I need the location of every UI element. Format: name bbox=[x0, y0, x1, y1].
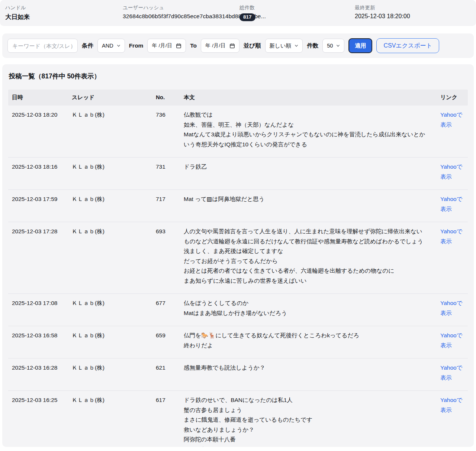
csv-export-button[interactable]: CSVエクスポート bbox=[376, 38, 439, 53]
post-datetime: 2025-12-03 16:25 bbox=[8, 395, 72, 447]
post-number: 693 bbox=[156, 227, 184, 286]
chevron-down-icon bbox=[336, 44, 340, 48]
post-list-section: 投稿一覧（817件中 50件表示） 日時 スレッド No. 本文 リンク 202… bbox=[2, 64, 474, 447]
post-datetime: 2025-12-03 18:16 bbox=[8, 162, 72, 182]
last-updated-value: 2025-12-03 18:20:00 bbox=[355, 13, 471, 20]
total-count-label: 総件数 bbox=[239, 4, 355, 11]
from-date-input[interactable]: 年 /月/日 bbox=[147, 39, 186, 53]
table-row: 2025-12-03 17:28 ＫＬａｂ(株) 693 人の文句や罵詈雑言を言… bbox=[8, 222, 468, 294]
filter-bar: 条件 AND From 年 /月/日 To 年 /月/日 並び順 新しい順 bbox=[2, 33, 474, 58]
post-number: 717 bbox=[156, 194, 184, 214]
yahoo-link[interactable]: Yahooで表示 bbox=[440, 363, 464, 383]
col-header-thread: スレッド bbox=[72, 94, 156, 101]
post-number: 617 bbox=[156, 395, 184, 447]
total-count-badge: 817 bbox=[239, 13, 255, 21]
yahoo-link[interactable]: Yahooで表示 bbox=[440, 110, 464, 130]
handle-label: ハンドル bbox=[5, 4, 123, 11]
post-thread: ＫＬａｂ(株) bbox=[72, 395, 156, 447]
yahoo-link[interactable]: Yahooで表示 bbox=[440, 227, 464, 246]
col-header-body: 本文 bbox=[184, 94, 438, 101]
table-header: 日時 スレッド No. 本文 リンク bbox=[8, 90, 468, 106]
post-datetime: 2025-12-03 17:28 bbox=[8, 227, 72, 286]
chevron-down-icon bbox=[117, 44, 120, 48]
post-number: 677 bbox=[156, 298, 184, 318]
post-datetime: 2025-12-03 16:58 bbox=[8, 331, 72, 350]
post-body: 人の文句や罵詈雑言を言って人生を送り、人に生まれた意味を理解せず弥陀に帰依出来な… bbox=[184, 227, 438, 286]
keyword-input[interactable] bbox=[7, 39, 78, 53]
post-thread: ＫＬａｂ(株) bbox=[72, 194, 156, 214]
post-thread: ＫＬａｂ(株) bbox=[72, 162, 156, 182]
post-thread: ＫＬａｂ(株) bbox=[72, 227, 156, 286]
chevron-down-icon bbox=[295, 44, 298, 48]
post-thread: ＫＬａｂ(株) bbox=[72, 331, 156, 350]
calendar-icon bbox=[229, 43, 235, 49]
post-datetime: 2025-12-03 17:59 bbox=[8, 194, 72, 214]
user-hash-stat: ユーザーハッシュ 32684c8b06b5f3f7d90c85ece7cba38… bbox=[123, 4, 239, 21]
post-body: Mat って▨は阿鼻地獄だと思う bbox=[184, 194, 438, 214]
to-date-input[interactable]: 年 /月/日 bbox=[201, 39, 239, 53]
count-select[interactable]: 50 bbox=[322, 39, 344, 53]
last-updated-label: 最終更新 bbox=[355, 4, 471, 11]
condition-label: 条件 bbox=[82, 42, 93, 50]
post-body: 感無量寿教でも説法しようか？ bbox=[184, 363, 438, 383]
handle-stat: ハンドル 大日如来 bbox=[5, 4, 123, 21]
post-body: 仏門を🐎🦌にして生きてる奴なんて死後行くところわkってるだろ 終わりだよ bbox=[184, 331, 438, 350]
table-row: 2025-12-03 18:16 ＫＬａｂ(株) 731 ドラ鉄乙 Yahooで… bbox=[8, 158, 468, 190]
handle-value: 大日如来 bbox=[5, 13, 123, 21]
yahoo-link[interactable]: Yahooで表示 bbox=[440, 162, 464, 182]
post-body: 仏教観では 如来、菩薩、明王、神（天部）なんだよな Matなんて3歳児より頭悪い… bbox=[184, 110, 438, 149]
user-hash-value: 32684c8b06b5f3f7d90c85ece7cba38314bd88e5… bbox=[123, 13, 239, 20]
yahoo-link[interactable]: Yahooで表示 bbox=[440, 395, 464, 415]
table-row: 2025-12-03 17:59 ＫＬａｂ(株) 717 Mat って▨は阿鼻地… bbox=[8, 190, 468, 222]
apply-button[interactable]: 適用 bbox=[348, 38, 372, 53]
post-thread: ＫＬａｂ(株) bbox=[72, 298, 156, 318]
post-thread: ＫＬａｂ(株) bbox=[72, 110, 156, 149]
post-number: 621 bbox=[156, 363, 184, 383]
condition-select[interactable]: AND bbox=[97, 39, 125, 53]
table-body: 2025-12-03 18:20 ＫＬａｂ(株) 736 仏教観では 如来、菩薩… bbox=[8, 106, 468, 447]
table-row: 2025-12-03 18:20 ＫＬａｂ(株) 736 仏教観では 如来、菩薩… bbox=[8, 106, 468, 158]
table-row: 2025-12-03 17:08 ＫＬａｂ(株) 677 仏をぼうとくしてるのか… bbox=[8, 294, 468, 326]
sort-label: 並び順 bbox=[244, 42, 261, 50]
sort-select[interactable]: 新しい順 bbox=[265, 39, 303, 53]
yahoo-link[interactable]: Yahooで表示 bbox=[440, 331, 464, 350]
yahoo-link[interactable]: Yahooで表示 bbox=[440, 194, 464, 214]
post-datetime: 2025-12-03 17:08 bbox=[8, 298, 72, 318]
post-number: 736 bbox=[156, 110, 184, 149]
post-datetime: 2025-12-03 16:28 bbox=[8, 363, 72, 383]
to-label: To bbox=[190, 42, 197, 49]
post-number: 659 bbox=[156, 331, 184, 350]
yahoo-link[interactable]: Yahooで表示 bbox=[440, 298, 464, 318]
col-header-no: No. bbox=[156, 94, 184, 101]
calendar-icon bbox=[176, 43, 181, 49]
table-row: 2025-12-03 16:58 ＫＬａｂ(株) 659 仏門を🐎🦌にして生きて… bbox=[8, 326, 468, 358]
user-hash-label: ユーザーハッシュ bbox=[123, 4, 239, 11]
post-body: 仏をぼうとくしてるのか Matはまあ地獄しか行き場がないだろう bbox=[184, 298, 438, 318]
user-summary-bar: ハンドル 大日如来 ユーザーハッシュ 32684c8b06b5f3f7d90c8… bbox=[0, 0, 476, 26]
total-count-stat: 総件数 817 bbox=[239, 4, 355, 21]
post-body: ドラ鉄乙 bbox=[184, 162, 438, 182]
post-body: ドラ鉄のせいで、BANになったのは私1人 蟹の古参も居ましょう まさに餓鬼道、修… bbox=[184, 395, 438, 447]
table-row: 2025-12-03 16:25 ＫＬａｂ(株) 617 ドラ鉄のせいで、BAN… bbox=[8, 391, 468, 447]
post-list-title: 投稿一覧（817件中 50件表示） bbox=[9, 72, 467, 81]
col-header-link: リンク bbox=[438, 94, 468, 101]
count-label: 件数 bbox=[307, 42, 318, 50]
table-row: 2025-12-03 16:28 ＫＬａｂ(株) 621 感無量寿教でも説法しよ… bbox=[8, 358, 468, 391]
post-number: 731 bbox=[156, 162, 184, 182]
col-header-datetime: 日時 bbox=[8, 94, 72, 101]
post-thread: ＫＬａｂ(株) bbox=[72, 363, 156, 383]
last-updated-stat: 最終更新 2025-12-03 18:20:00 bbox=[355, 4, 471, 21]
post-datetime: 2025-12-03 18:20 bbox=[8, 110, 72, 149]
from-label: From bbox=[129, 42, 144, 49]
